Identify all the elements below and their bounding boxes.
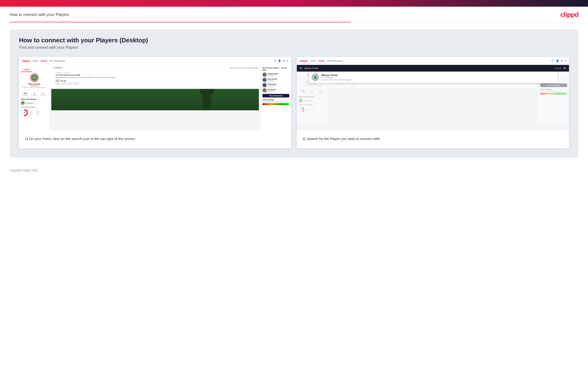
heatmap-bar (263, 103, 289, 105)
settings-icon-2[interactable]: ⚙ (561, 59, 563, 62)
ott-row: OTT 79 (29, 110, 38, 112)
header-divider (9, 22, 579, 22)
center-top: Following ▾ Control who can see your act… (50, 65, 260, 89)
copyright-text: Copyright Clippd 2022 (9, 169, 38, 172)
result-info: Marcus Turner 1.5 Handicap Cypress Point… (322, 74, 352, 81)
following-button[interactable]: Following ▾ (52, 66, 64, 69)
player-performance-title: Player Performance (21, 98, 48, 100)
result-location: Cypress Point Club, United Kingdom (322, 79, 352, 81)
top-bar (0, 0, 588, 7)
logo: clippd (561, 11, 579, 18)
avatar-icon[interactable]: ● (287, 59, 288, 62)
mock-left-panel: Feed BM Blair McHarg Golf Coach Mill Rid… (19, 65, 50, 130)
feed-tab[interactable]: Feed (21, 67, 32, 72)
score-label: 84 (24, 112, 26, 113)
result-name: Marcus Turner (322, 74, 352, 77)
profile-club: Mill Ride Golf Club, United Kingdom (21, 87, 48, 88)
mock-right-panel: Most Active Players - Last 30 days Richa… (260, 65, 291, 130)
mock-nav-1: clippd Home Teams My Performance 🔍 👤 ⚙ ● (19, 57, 291, 65)
screenshot-desc-1: 1) On your Feed, click on the search ico… (19, 130, 291, 148)
player-avatar-eli (21, 101, 25, 105)
mock-nav-home[interactable]: Home (32, 60, 38, 62)
search-query-text: Marcus Turner (304, 67, 552, 69)
profile-avatar: BM (31, 74, 38, 81)
user-icon[interactable]: 👤 (278, 59, 281, 62)
activity-tags: OTT APP ARG PUTT (56, 83, 255, 85)
close-search-button[interactable]: ✕ (563, 66, 566, 70)
mock-stats-2: 129 Activities 3 Followers 4 Following (299, 88, 325, 95)
mock-center-panel: Following ▾ Control who can see your act… (50, 65, 260, 130)
tag-putt: PUTT (74, 83, 80, 85)
most-active-title: Most Active Players - Last 30 days (263, 67, 289, 71)
main-subtitle: Find and connect with your Players (19, 46, 569, 50)
activity-desc: Walking the course with my coach to buil… (56, 77, 255, 78)
active-avatar-2 (263, 78, 267, 82)
user-icon-2[interactable]: 👤 (556, 59, 559, 62)
avatar-icon-2[interactable]: ● (565, 59, 566, 62)
arg-row: ARG 61 (29, 114, 38, 115)
mock-nav-teams-2[interactable]: Teams (318, 60, 325, 62)
active-player-1: Richard Butler Activities: 7 (263, 72, 289, 77)
mock-stats: 129 Activities 3 Followers 4 Following (21, 91, 48, 97)
profile-name: Blair McHarg (21, 83, 48, 85)
mock-nav-teams[interactable]: Teams (40, 60, 47, 62)
heatmap-title: Team Heatmap (263, 99, 289, 101)
mock-nav-icons: 🔍 👤 ⚙ ● (273, 59, 288, 62)
stat-activities: 129 Activities (22, 92, 28, 96)
golf-image (51, 89, 259, 110)
profile-role: Golf Coach (21, 85, 48, 87)
screenshot-card-1: clippd Home Teams My Performance 🔍 👤 ⚙ ● (19, 57, 291, 148)
control-link[interactable]: Control who can see your activity and da… (229, 67, 258, 69)
tag-arg: ARG (67, 83, 73, 85)
clear-button[interactable]: CLEAR (554, 67, 562, 69)
active-player-3: Hiral Pujara Activities: 3 (263, 83, 289, 88)
team-dashboard-button[interactable]: Team Dashboard (263, 94, 289, 97)
activity-date: Yesterday - The Grove (56, 72, 255, 74)
mock-logo-1: clippd (22, 59, 29, 62)
mock-body-1: Feed BM Blair McHarg Golf Coach Mill Rid… (19, 65, 291, 130)
result-handicap: 1.5 Handicap (322, 77, 352, 79)
player-dropdown[interactable]: ▾ (34, 102, 35, 104)
header: How to connect with your Players clippd (0, 7, 588, 22)
mock-nav-2: clippd Home Teams My Performance 🔍 👤 ⚙ ● (297, 57, 569, 65)
mock-ui-1: clippd Home Teams My Performance 🔍 👤 ⚙ ● (19, 57, 291, 130)
screenshot-card-2: clippd Home Teams My Performance 🔍 👤 ⚙ ● (297, 57, 569, 148)
stat-followers: 3 Followers (31, 92, 37, 96)
active-player-4: Eli Vincent Activities: 1 (263, 88, 289, 93)
mock-nav-home-2[interactable]: Home (310, 60, 316, 62)
mock-ui-2: clippd Home Teams My Performance 🔍 👤 ⚙ ● (297, 57, 569, 130)
search-icon-2[interactable]: 🔍 (551, 59, 554, 62)
duration-value: 02 hr : 00 min (56, 80, 255, 82)
activity-card: Yesterday - The Grove Pre Tournament Cou… (54, 71, 256, 86)
footer: Copyright Clippd 2022 (0, 165, 588, 176)
profile-avatar-ring: BM (30, 74, 39, 82)
app-row: APP 70 (29, 112, 38, 114)
stat-following: 4 Following (40, 92, 46, 96)
search-icon[interactable]: 🔍 (273, 59, 276, 62)
active-avatar-4 (263, 88, 267, 92)
main-title: How to connect with your Players (Deskto… (19, 37, 569, 44)
mock-nav-performance[interactable]: My Performance (49, 60, 65, 62)
active-avatar-3 (263, 83, 267, 87)
search-icon-overlay: 🔍 (300, 67, 303, 70)
active-avatar-1 (263, 73, 267, 77)
svg-rect-4 (203, 94, 211, 110)
page-title: How to connect with your Players (9, 12, 69, 17)
mock-nav-icons-2: 🔍 👤 ⚙ ● (551, 59, 566, 62)
mock-nav-performance-2[interactable]: My Performance (327, 60, 343, 62)
svg-rect-2 (51, 89, 259, 110)
mock-profile: BM Blair McHarg Golf Coach Mill Ride Gol… (21, 72, 48, 90)
active-player-2: Piers Parnell Activities: 4 (263, 77, 289, 83)
donut-chart: 84 (21, 109, 28, 116)
tag-ott: OTT (56, 83, 61, 85)
quality-row: 84 OTT 79 APP (21, 109, 48, 116)
quality-bars: OTT 79 APP 70 ARG (29, 110, 38, 116)
search-result-card[interactable]: 👤 Marcus Turner 1.5 Handicap Cypress Poi… (309, 72, 557, 83)
screenshots-row: clippd Home Teams My Performance 🔍 👤 ⚙ ● (19, 57, 569, 148)
following-bar: Following ▾ Control who can see your act… (52, 66, 258, 69)
search-overlay: 🔍 Marcus Turner CLEAR ✕ 👤 Marcus Turner … (297, 65, 569, 83)
heatmap-subtitle: Player Quality - 20 Round Trend (263, 101, 289, 102)
settings-icon[interactable]: ⚙ (283, 59, 285, 62)
player-row-eli: Eli Vincent ▾ (21, 101, 48, 105)
mock-nav-items-2: Home Teams My Performance (310, 60, 343, 62)
